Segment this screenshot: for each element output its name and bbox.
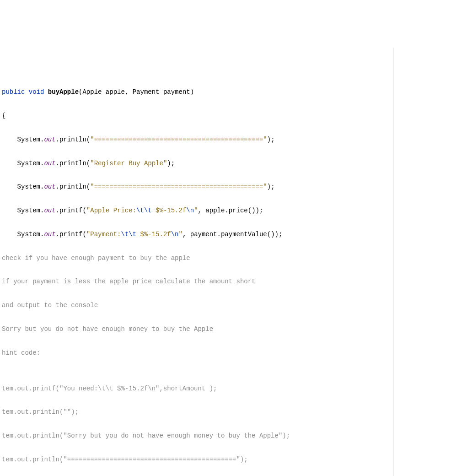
comment-line: hint code: (0, 347, 451, 359)
string-literal: " (194, 207, 198, 214)
code-text: .println( (56, 183, 91, 190)
string-literal: "=======================================… (90, 136, 267, 143)
code-text: , apple.price()); (198, 207, 263, 214)
string-literal: "Apple Price: (86, 207, 136, 214)
field-out: out (44, 183, 55, 190)
code-line: System.out.println("====================… (0, 181, 451, 193)
code-text: System. (2, 160, 44, 167)
field-out: out (44, 160, 55, 167)
code-text: .printf( (56, 231, 86, 238)
string-literal: " (179, 231, 183, 238)
code-line: public void buyApple(Apple apple, Paymen… (0, 87, 451, 98)
comment-text: hint code: (2, 349, 40, 357)
comment-text: tem.out.printf("You need:\t\t $%-15.2f\n… (2, 385, 217, 392)
comment-text: Sorry but you do not have enough money t… (2, 325, 213, 333)
code-text: .println( (56, 136, 91, 143)
code-editor[interactable]: public void buyApple(Apple apple, Paymen… (0, 48, 451, 476)
string-literal: $%-15.2f (136, 231, 171, 238)
escape-seq: \t\t (136, 207, 152, 214)
comment-line: and output to the console (0, 300, 451, 312)
code-text: .printf( (56, 207, 86, 214)
code-line: System.out.printf("Apple Price:\t\t $%-1… (0, 205, 451, 217)
field-out: out (44, 207, 55, 214)
code-line: { (0, 110, 451, 122)
escape-seq: \t\t (121, 231, 136, 238)
right-margin-line (393, 48, 393, 476)
comment-line: if your payment is less the apple price … (0, 276, 451, 288)
comment-line: Sorry but you do not have enough money t… (0, 324, 451, 335)
method-name: buyApple (48, 88, 79, 96)
comment-text: tem.out.println("Sorry but you do not ha… (2, 432, 290, 439)
comment-text: tem.out.println(""); (2, 408, 79, 416)
comment-line: tem.out.println("Sorry but you do not ha… (0, 430, 451, 442)
field-out: out (44, 136, 55, 143)
escape-seq: \n (186, 207, 194, 214)
code-text: (Apple apple, Payment payment) (79, 88, 194, 96)
code-text: System. (2, 207, 44, 214)
comment-text: and output to the console (2, 302, 98, 309)
comment-line: tem.out.println(""); (0, 406, 451, 418)
keyword: public (2, 88, 25, 96)
comment-text: tem.out.println("=======================… (2, 456, 248, 463)
string-literal: "Register Buy Apple" (90, 160, 167, 167)
code-text: ); (267, 136, 275, 143)
code-line: System.out.println("====================… (0, 134, 451, 146)
code-line: System.out.printf("Payment:\t\t $%-15.2f… (0, 229, 451, 241)
keyword: void (29, 88, 44, 96)
code-text: ); (167, 160, 175, 167)
string-literal: $%-15.2f (152, 207, 187, 214)
code-line: System.out.println("Register Buy Apple")… (0, 158, 451, 170)
code-text: { (2, 112, 5, 119)
code-text: System. (2, 231, 44, 238)
comment-text: if your payment is less the apple price … (2, 278, 256, 285)
code-text: ); (267, 183, 275, 190)
string-literal: "=======================================… (90, 183, 267, 190)
string-literal: "Payment: (86, 231, 121, 238)
comment-line: tem.out.printf("You need:\t\t $%-15.2f\n… (0, 383, 451, 395)
code-text: , payment.paymentValue()); (183, 231, 282, 238)
code-text: .println( (56, 160, 91, 167)
field-out: out (44, 231, 55, 238)
escape-seq: \n (171, 231, 179, 238)
code-text: System. (2, 183, 44, 190)
comment-text: check if you have enough payment to buy … (2, 254, 190, 262)
comment-line: check if you have enough payment to buy … (0, 253, 451, 265)
code-text: System. (2, 136, 44, 143)
comment-line: tem.out.println("=======================… (0, 454, 451, 466)
